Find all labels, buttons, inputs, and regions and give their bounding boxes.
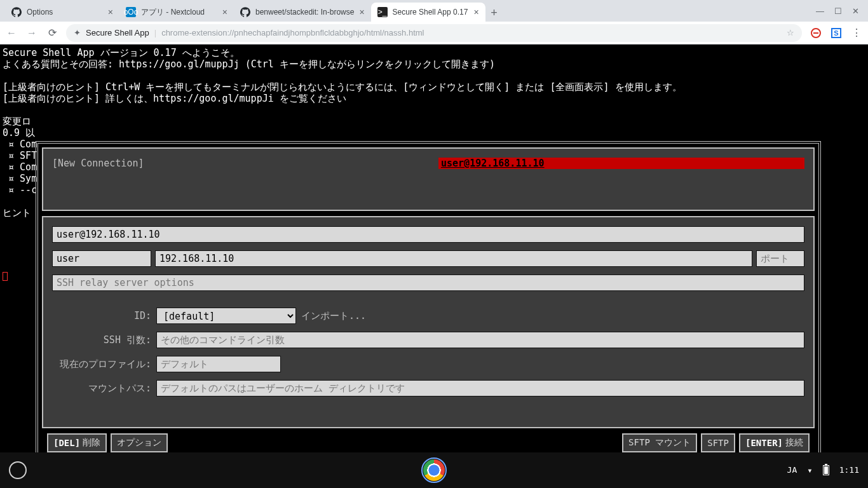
tab-title: Secure Shell App 0.17 [393,8,469,17]
terminal-icon: >_ [377,7,388,17]
github-icon [240,7,250,17]
close-icon[interactable]: × [359,7,364,17]
new-tab-button[interactable]: + [485,4,503,22]
github-icon [11,7,22,17]
host-input[interactable] [155,250,752,267]
nextcloud-icon: oOo [126,7,136,17]
browser-toolbar: ← → ⟳ ✦ Secure Shell App | chrome-extens… [0,22,868,44]
back-button[interactable]: ← [5,27,18,39]
launcher-button[interactable] [9,461,27,479]
profile-input[interactable] [156,356,281,372]
cursor-indicator [3,272,8,281]
minimize-button[interactable]: — [816,6,824,16]
connection-string-input[interactable] [52,226,804,243]
omnibox-app-name: Secure Shell App [86,28,149,37]
delete-button[interactable]: [DEL]削除 [47,433,107,452]
tab-secure-shell[interactable]: >_ Secure Shell App 0.17 × [371,3,485,22]
close-icon[interactable]: × [108,7,113,17]
ssh-args-label: SSH 引数: [52,332,151,346]
forward-button[interactable]: → [25,27,38,39]
tab-strip: Options × oOo アプリ - Nextcloud × benweet/… [0,0,868,22]
tab-stackedit[interactable]: benweet/stackedit: In-browse × [234,3,371,22]
browser-window: Options × oOo アプリ - Nextcloud × benweet/… [0,0,868,488]
chromeos-shelf: JA ▾ 1:11 [0,452,868,488]
extension-icon: ✦ [74,28,81,37]
wifi-icon: ▾ [807,464,812,476]
profile-label: 現在のプロファイル: [52,356,151,370]
tab-title: Options [27,8,103,17]
selected-connection-item[interactable]: user@192.168.11.10 [438,158,804,169]
close-window-button[interactable]: ✕ [852,6,859,16]
chrome-app-icon[interactable] [421,458,447,483]
block-icon[interactable] [810,27,822,39]
connection-dialog: [New Connection] user@192.168.11.10 ID: [36,141,821,459]
tab-title: benweet/stackedit: In-browse [255,8,354,17]
import-link[interactable]: インポート... [301,308,366,322]
tab-title: アプリ - Nextcloud [141,7,217,18]
username-input[interactable] [52,250,151,267]
battery-icon [823,465,829,475]
dialog-button-row: [DEL]削除 オプション SFTP マウント SFTP [ENTER]接続 [42,433,815,452]
relay-options-input[interactable] [52,274,804,291]
status-tray[interactable]: JA ▾ 1:11 [787,464,859,476]
connect-button[interactable]: [ENTER]接続 [739,433,810,452]
connection-form-panel: ID: [default] インポート... SSH 引数: 現在のプロファイル… [42,216,815,428]
connection-list-panel: [New Connection] user@192.168.11.10 [42,147,815,211]
bookmark-star-icon[interactable]: ☆ [787,28,794,37]
sftp-mount-button[interactable]: SFTP マウント [622,433,697,452]
close-icon[interactable]: × [222,7,227,17]
ime-indicator: JA [787,464,797,476]
clock: 1:11 [839,464,859,476]
identity-select[interactable]: [default] [156,308,296,324]
tab-nextcloud[interactable]: oOo アプリ - Nextcloud × [119,3,234,22]
omnibox[interactable]: ✦ Secure Shell App | chrome-extension://… [66,24,802,42]
new-connection-item[interactable]: [New Connection] [52,158,144,169]
maximize-button[interactable]: ☐ [834,6,842,16]
terminal-page: Secure Shell App バージョン 0.17 へようこそ。 よくある質… [0,44,868,488]
options-button[interactable]: オプション [111,433,168,452]
ssh-args-input[interactable] [156,332,804,348]
omnibox-url: chrome-extension://pnhechapfaindjhompbnf… [161,28,424,37]
sftp-button[interactable]: SFTP [701,433,735,452]
close-icon[interactable]: × [473,7,478,17]
menu-icon[interactable]: ⋮ [850,27,863,39]
tab-options[interactable]: Options × [5,3,119,22]
id-label: ID: [52,308,151,322]
mount-path-input[interactable] [156,380,804,396]
window-controls: — ☐ ✕ [807,0,868,22]
reload-button[interactable]: ⟳ [46,27,58,39]
extension-s-icon[interactable]: S [830,27,843,39]
port-input[interactable] [756,250,804,267]
mount-label: マウントパス: [52,380,151,394]
